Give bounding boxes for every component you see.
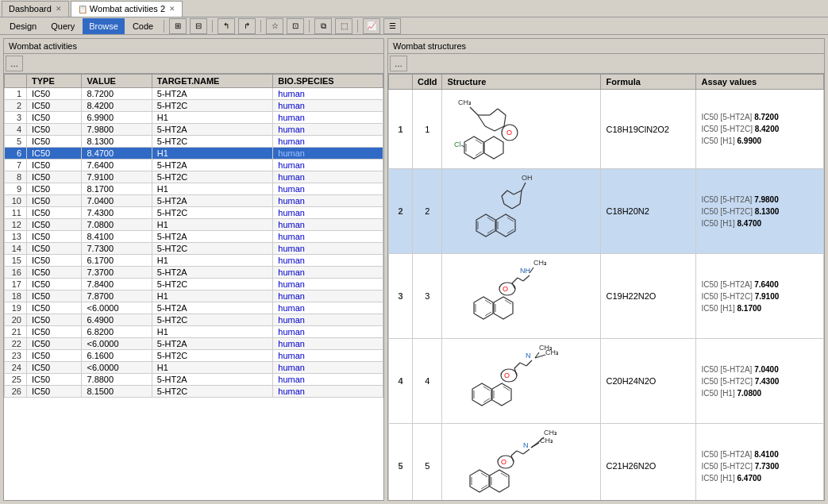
svg-line-75 bbox=[511, 451, 517, 456]
cell-value: 7.4300 bbox=[82, 207, 152, 219]
table-row[interactable]: 17 IC50 7.8400 5-HT2C human bbox=[5, 279, 383, 290]
table-row[interactable]: 22 IC50 <6.0000 5-HT2A human bbox=[5, 338, 383, 350]
table-row[interactable]: 18 IC50 7.8700 H1 human bbox=[5, 290, 383, 302]
svg-line-8 bbox=[478, 115, 485, 126]
svg-line-1 bbox=[470, 107, 478, 115]
right-panel-title: Wombat structures bbox=[388, 39, 824, 54]
grid-btn-2[interactable]: ⊟ bbox=[190, 18, 207, 34]
table-row[interactable]: 14 IC50 7.7300 5-HT2C human bbox=[5, 243, 383, 255]
table-row[interactable]: 23 IC50 6.1600 5-HT2C human bbox=[5, 350, 383, 362]
table-row[interactable]: 2 IC50 8.4200 5-HT2C human bbox=[5, 100, 383, 112]
table-row[interactable]: 6 IC50 8.4700 H1 human bbox=[5, 148, 383, 160]
table-row[interactable]: 5 IC50 8.1300 5-HT2C human bbox=[5, 136, 383, 148]
svg-line-54 bbox=[526, 360, 532, 366]
struct-row[interactable]: 3 3 CH₃ NH O C19H22N2O IC50 [5-HT2A] 7.6… bbox=[389, 254, 824, 339]
svg-line-39 bbox=[518, 278, 523, 281]
filter-btn[interactable]: ⊡ bbox=[287, 18, 304, 34]
tab-dashboard[interactable]: Dashboard ✕ bbox=[2, 1, 69, 17]
grid-btn-1[interactable]: ⊞ bbox=[169, 18, 187, 34]
table-row[interactable]: 13 IC50 8.4100 5-HT2A human bbox=[5, 231, 383, 243]
cell-target: H1 bbox=[152, 148, 273, 160]
table-row[interactable]: 12 IC50 7.0800 H1 human bbox=[5, 219, 383, 231]
row-number: 1 bbox=[5, 88, 27, 100]
struct-row[interactable]: 2 2 OH C18H20N2 IC50 [5-HT2A] 7.9800IC50… bbox=[389, 169, 824, 254]
table-row[interactable]: 10 IC50 7.0400 5-HT2A human bbox=[5, 195, 383, 207]
left-table-scroll[interactable]: TYPE VALUE TARGET.NAME BIO.SPECIES 1 IC5… bbox=[4, 74, 383, 500]
cell-value: 7.9100 bbox=[82, 171, 152, 183]
cell-target: H1 bbox=[152, 255, 273, 267]
cell-species: human bbox=[273, 279, 383, 290]
svg-marker-48 bbox=[494, 297, 513, 319]
table-row[interactable]: 21 IC50 6.8200 H1 human bbox=[5, 326, 383, 338]
right-table-scroll[interactable]: CdId Structure Formula Assay values 1 1 … bbox=[388, 74, 824, 500]
wombat-tab-close[interactable]: ✕ bbox=[169, 5, 175, 13]
table-row[interactable]: 7 IC50 7.6400 5-HT2A human bbox=[5, 160, 383, 171]
col-species[interactable]: BIO.SPECIES bbox=[273, 75, 383, 88]
svg-text:CH₃: CH₃ bbox=[458, 98, 472, 106]
struct-row[interactable]: 4 4 CH₃ N O CH₃ C20H24N2O IC bbox=[389, 339, 824, 424]
col-target[interactable]: TARGET.NAME bbox=[152, 75, 273, 88]
struct-row[interactable]: 5 5 CH₃ N O CH₃ C21H26N2O IC bbox=[389, 424, 824, 501]
cell-species: human bbox=[273, 243, 383, 255]
dashboard-tab-close[interactable]: ✕ bbox=[56, 5, 62, 13]
cell-target: 5-HT2A bbox=[152, 160, 273, 171]
table-row[interactable]: 19 IC50 <6.0000 5-HT2A human bbox=[5, 302, 383, 314]
cdid-cell: 5 bbox=[413, 424, 442, 501]
col-structure[interactable]: Structure bbox=[442, 75, 601, 90]
table-row[interactable]: 24 IC50 <6.0000 H1 human bbox=[5, 362, 383, 374]
svg-line-38 bbox=[523, 275, 530, 281]
row-number: 11 bbox=[5, 207, 27, 219]
svg-line-55 bbox=[520, 363, 526, 366]
cell-species: human bbox=[273, 195, 383, 207]
table-row[interactable]: 9 IC50 8.1700 H1 human bbox=[5, 183, 383, 195]
col-value[interactable]: VALUE bbox=[82, 75, 152, 88]
copy-btn-2[interactable]: ⬚ bbox=[335, 18, 352, 34]
menu-design[interactable]: Design bbox=[3, 18, 43, 34]
svg-line-19 bbox=[522, 183, 526, 190]
table-row[interactable]: 4 IC50 7.9800 5-HT2A human bbox=[5, 124, 383, 136]
menu-code[interactable]: Code bbox=[126, 18, 160, 34]
menu-browse[interactable]: Browse bbox=[83, 18, 125, 34]
table-row[interactable]: 3 IC50 6.9900 H1 human bbox=[5, 112, 383, 124]
table-row[interactable]: 8 IC50 7.9100 5-HT2C human bbox=[5, 171, 383, 183]
menu-query[interactable]: Query bbox=[44, 18, 81, 34]
col-type[interactable]: TYPE bbox=[27, 75, 82, 88]
structure-cell: OH bbox=[442, 169, 601, 254]
copy-btn-1[interactable]: ⧉ bbox=[314, 18, 332, 34]
tab-wombat-activities[interactable]: 📋 Wombat activities 2 ✕ bbox=[71, 1, 183, 17]
structure-cell: CH₃ O Cl bbox=[442, 90, 601, 169]
list-btn[interactable]: ☰ bbox=[383, 18, 401, 34]
cell-species: human bbox=[273, 290, 383, 302]
svg-marker-81 bbox=[470, 470, 489, 492]
svg-line-56 bbox=[514, 363, 520, 368]
arrow-btn-2[interactable]: ↱ bbox=[238, 18, 256, 34]
svg-line-79 bbox=[531, 443, 539, 448]
left-toolbar-menu-btn[interactable]: … bbox=[6, 56, 23, 71]
structure-cell: CH₃ N O CH₃ bbox=[442, 339, 601, 424]
cell-type: IC50 bbox=[27, 88, 82, 100]
col-formula[interactable]: Formula bbox=[601, 75, 696, 90]
struct-row[interactable]: 1 1 CH₃ O Cl C18H19ClN2O bbox=[389, 90, 824, 169]
svg-text:O: O bbox=[501, 458, 506, 466]
right-toolbar-menu-btn[interactable]: … bbox=[390, 56, 407, 71]
table-row[interactable]: 15 IC50 6.1700 H1 human bbox=[5, 255, 383, 267]
table-row[interactable]: 16 IC50 7.3700 5-HT2A human bbox=[5, 267, 383, 279]
col-assay[interactable]: Assay values bbox=[696, 75, 824, 90]
star-btn-1[interactable]: ☆ bbox=[266, 18, 283, 34]
cell-target: 5-HT2C bbox=[152, 243, 273, 255]
arrow-btn-1[interactable]: ↰ bbox=[218, 18, 235, 34]
table-row[interactable]: 1 IC50 8.7200 5-HT2A human bbox=[5, 88, 383, 100]
col-cdid[interactable]: CdId bbox=[413, 75, 442, 90]
svg-text:CH₃: CH₃ bbox=[544, 429, 557, 437]
table-row[interactable]: 25 IC50 7.8800 5-HT2A human bbox=[5, 374, 383, 386]
cell-type: IC50 bbox=[27, 231, 82, 243]
separator-3 bbox=[260, 20, 261, 33]
cdid-cell: 4 bbox=[413, 339, 442, 424]
table-row[interactable]: 26 IC50 8.1500 5-HT2C human bbox=[5, 386, 383, 398]
cell-species: human bbox=[273, 255, 383, 267]
cell-type: IC50 bbox=[27, 279, 82, 290]
chart-btn[interactable]: 📈 bbox=[363, 18, 380, 34]
table-row[interactable]: 11 IC50 7.4300 5-HT2C human bbox=[5, 207, 383, 219]
table-row[interactable]: 20 IC50 6.4900 5-HT2C human bbox=[5, 314, 383, 326]
left-panel: Wombat activities … TYPE VALUE TARGET.NA… bbox=[3, 38, 384, 501]
